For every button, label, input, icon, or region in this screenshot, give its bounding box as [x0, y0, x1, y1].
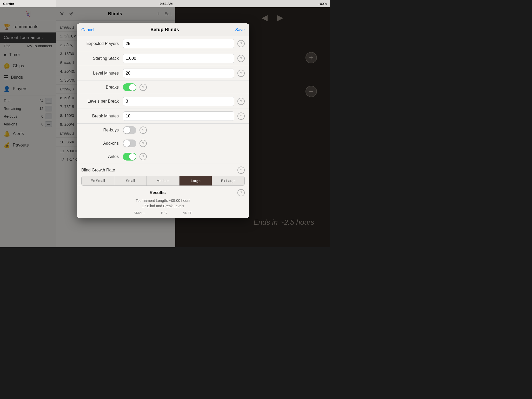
help-button-level-minutes[interactable]: ? [237, 70, 245, 77]
cancel-button[interactable]: Cancel [81, 28, 94, 32]
help-button-expected-players[interactable]: ? [237, 40, 245, 47]
toggle-breaks[interactable] [123, 83, 136, 91]
toggle-knob-addons [123, 140, 130, 147]
growth-tab-medium[interactable]: Medium [147, 176, 179, 185]
form-label-antes: Antes [81, 154, 123, 159]
carrier-label: Carrier [3, 2, 14, 6]
results-col-big: BIG [161, 211, 167, 215]
status-bar: Carrier 9:53 AM 100% [0, 0, 330, 7]
results-length-text: Tournament Length: ~05:00 hours [81, 198, 245, 203]
results-columns: SMALLBIGANTE [81, 211, 245, 215]
form-label-expected-players: Expected Players [81, 41, 123, 46]
results-section: Results: ? Tournament Length: ~05:00 hou… [77, 186, 249, 218]
form-label-levels-per-break: Levels per Break [81, 99, 123, 104]
results-col-ante: ANTE [183, 211, 192, 215]
modal-form: Expected Players?Starting Stack?Level Mi… [77, 36, 249, 186]
growth-tab-large[interactable]: Large [179, 176, 212, 185]
form-label-break-minutes: Break Minutes [81, 114, 123, 118]
form-label-level-minutes: Level Minutes [81, 71, 123, 76]
growth-tab-ex-small[interactable]: Ex Small [82, 176, 114, 185]
toggle-addons[interactable] [123, 139, 136, 147]
form-input-starting-stack[interactable] [123, 54, 234, 63]
form-row-antes: Antes? [77, 150, 249, 163]
growth-rate-section: Blind Growth Rate?Ex SmallSmallMediumLar… [77, 163, 249, 186]
growth-rate-help-button[interactable]: ? [237, 167, 245, 174]
form-row-break-minutes: Break Minutes? [77, 109, 249, 124]
toggle-rebuys[interactable] [123, 126, 136, 134]
help-button-rebuys[interactable]: ? [139, 127, 147, 134]
modal-header: Cancel Setup Blinds Save [77, 23, 249, 36]
growth-tab-ex-large[interactable]: Ex Large [212, 176, 244, 185]
form-input-expected-players[interactable] [123, 39, 234, 48]
results-header: Results: ? [81, 189, 245, 196]
help-button-starting-stack[interactable]: ? [237, 55, 245, 62]
toggle-antes[interactable] [123, 153, 136, 161]
form-row-breaks: Breaks? [77, 81, 249, 94]
results-levels-text: 17 Blind and Break Levels [81, 203, 245, 209]
help-button-breaks[interactable]: ? [139, 84, 147, 91]
help-button-break-minutes[interactable]: ? [237, 112, 245, 120]
results-help-button[interactable]: ? [237, 189, 245, 196]
form-label-starting-stack: Starting Stack [81, 56, 123, 61]
form-row-rebuys: Re-buys? [77, 124, 249, 137]
results-title: Results: [81, 190, 234, 195]
help-button-antes[interactable]: ? [139, 153, 147, 160]
toggle-knob-antes [129, 153, 136, 160]
growth-rate-label-row: Blind Growth Rate? [81, 167, 245, 174]
form-row-levels-per-break: Levels per Break? [77, 94, 249, 109]
form-label-rebuys: Re-buys [81, 128, 123, 132]
help-button-levels-per-break[interactable]: ? [237, 98, 245, 105]
save-button[interactable]: Save [235, 28, 245, 32]
growth-tab-small[interactable]: Small [114, 176, 147, 185]
setup-blinds-modal: Cancel Setup Blinds Save Expected Player… [77, 23, 249, 218]
form-input-levels-per-break[interactable] [123, 97, 234, 106]
toggle-knob-breaks [129, 84, 136, 91]
form-input-break-minutes[interactable] [123, 111, 234, 121]
help-button-addons[interactable]: ? [139, 140, 147, 147]
battery-label: 100% [318, 2, 327, 6]
form-row-addons: Add-ons? [77, 137, 249, 150]
growth-rate-label: Blind Growth Rate [81, 168, 234, 172]
results-col-small: SMALL [134, 211, 145, 215]
form-row-starting-stack: Starting Stack? [77, 51, 249, 66]
toggle-knob-rebuys [123, 127, 130, 134]
form-input-level-minutes[interactable] [123, 69, 234, 78]
form-row-expected-players: Expected Players? [77, 36, 249, 51]
form-label-addons: Add-ons [81, 141, 123, 146]
form-row-level-minutes: Level Minutes? [77, 66, 249, 81]
time-label: 9:53 AM [160, 2, 172, 6]
growth-rate-tabs: Ex SmallSmallMediumLargeEx Large [81, 176, 245, 186]
modal-title: Setup Blinds [94, 27, 235, 32]
form-label-breaks: Breaks [81, 85, 123, 90]
